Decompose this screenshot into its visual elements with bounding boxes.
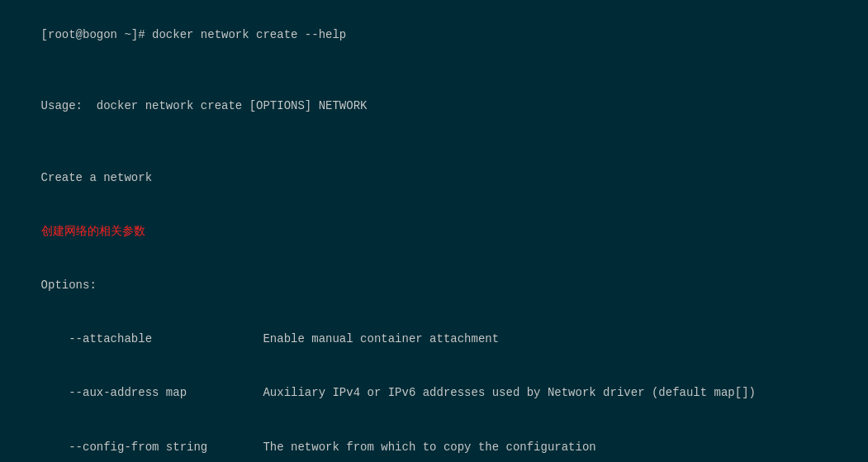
line-opt-aux: --aux-address map Auxiliary IPv4 or IPv6… <box>13 367 855 421</box>
line-chinese-label: 创建网络的相关参数 <box>13 206 855 260</box>
line-opt-config-from: --config-from string The network from wh… <box>13 421 855 462</box>
prompt1-text: [root@bogon ~]# docker network create --… <box>41 28 347 41</box>
terminal-window: [root@bogon ~]# docker network create --… <box>0 0 868 462</box>
line-create-network: Create a network <box>13 152 855 206</box>
line-options-header: Options: <box>13 260 855 313</box>
opt-attachable-text: --attachable Enable manual container att… <box>41 332 500 345</box>
line-blank1 <box>13 62 855 80</box>
line-opt-attachable: --attachable Enable manual container att… <box>13 313 855 367</box>
chinese-label-text: 创建网络的相关参数 <box>41 225 145 238</box>
options-header-text: Options: <box>41 279 97 292</box>
usage-text: Usage: docker network create [OPTIONS] N… <box>41 99 368 112</box>
opt-config-from-text: --config-from string The network from wh… <box>41 441 596 454</box>
line-usage: Usage: docker network create [OPTIONS] N… <box>13 80 855 134</box>
create-network-text: Create a network <box>41 171 152 184</box>
line-prompt1: [root@bogon ~]# docker network create --… <box>13 8 855 62</box>
opt-aux-text: --aux-address map Auxiliary IPv4 or IPv6… <box>41 386 756 399</box>
line-blank2 <box>13 134 855 152</box>
